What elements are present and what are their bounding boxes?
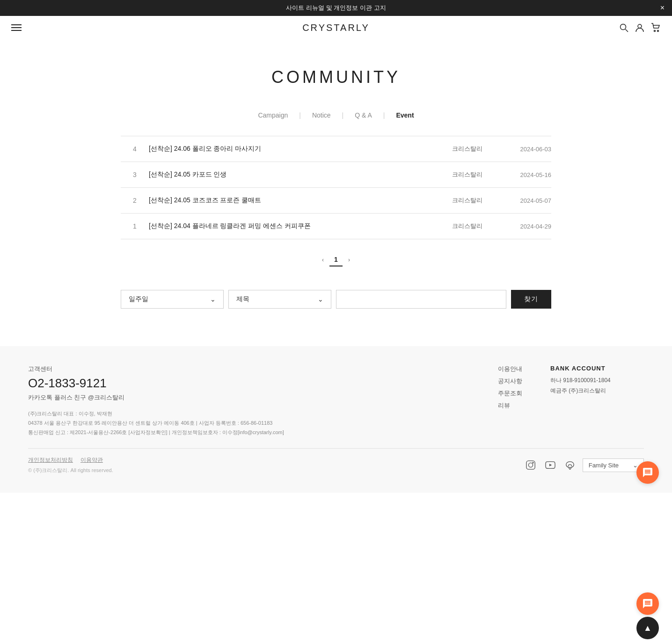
footer-legal-link[interactable]: 이용약관	[80, 456, 103, 464]
cs-label: 고객센터	[28, 365, 470, 373]
footer-legal-link[interactable]: 개인정보처리방침	[28, 456, 73, 464]
svg-line-1	[626, 30, 628, 32]
search-input[interactable]	[344, 296, 498, 303]
bank-info-line: 예금주 (주)크리스탈리	[550, 386, 644, 396]
content-area: 4 [선착순] 24.06 폴리오 종아리 마사지기 크리스탈리 2024-06…	[111, 136, 561, 327]
footer-nav-link[interactable]: 주문조회	[498, 389, 522, 398]
post-number: 3	[121, 171, 149, 178]
pagination-prev[interactable]: ‹	[322, 257, 324, 263]
bank-info-line: 하나 918-9100091-1804	[550, 376, 644, 386]
top-banner: 사이트 리뉴얼 및 개인정보 이관 고지 ×	[0, 0, 672, 16]
youtube-icon[interactable]	[543, 458, 557, 472]
post-title[interactable]: [선착순] 24.05 카포드 인생	[149, 170, 439, 179]
post-date: 2024-04-29	[495, 223, 551, 230]
footer-nav-link[interactable]: 이용안내	[498, 365, 522, 373]
footer-bottom-left: 개인정보처리방침이용약관 © (주)크리스탈리. All rights rese…	[28, 456, 113, 474]
kakao-channel-icon[interactable]	[563, 458, 577, 472]
footer-info-line: 통신판매업 신고 : 제2021-서울용산-2266호 [사업자정보확인] | …	[28, 428, 470, 437]
header-left	[11, 22, 22, 33]
footer-nav-links: 이용안내공지사항주문조회리뷰	[498, 365, 522, 437]
bank-title: BANK ACCOUNT	[550, 365, 644, 372]
pagination: ‹ 1 ›	[121, 239, 551, 281]
footer-bottom: 개인정보처리방침이용약관 © (주)크리스탈리. All rights rese…	[28, 448, 644, 474]
post-author: 크리스탈리	[439, 222, 495, 230]
field-chevron-icon: ⌄	[318, 296, 323, 303]
post-title[interactable]: [선착순] 24.05 코즈코즈 프로즌 쿨매트	[149, 196, 439, 205]
phone-number: O2-1833-9121	[28, 376, 470, 391]
post-author: 크리스탈리	[439, 145, 495, 153]
post-date: 2024-05-16	[495, 171, 551, 178]
bank-info: 하나 918-9100091-1804예금주 (주)크리스탈리	[550, 376, 644, 396]
instagram-icon[interactable]	[524, 458, 538, 472]
post-number: 2	[121, 197, 149, 204]
svg-point-4	[657, 30, 659, 32]
period-select-label: 일주일	[129, 295, 148, 303]
pagination-next[interactable]: ›	[348, 257, 350, 263]
footer-links-area: 이용안내공지사항주문조회리뷰 BANK ACCOUNT 하나 918-91000…	[498, 365, 644, 437]
period-select[interactable]: 일주일 ⌄	[121, 290, 224, 309]
site-logo[interactable]: CRYSTARLY	[302, 22, 370, 33]
table-row[interactable]: 4 [선착순] 24.06 폴리오 종아리 마사지기 크리스탈리 2024-06…	[121, 136, 551, 162]
banner-text: 사이트 리뉴얼 및 개인정보 이관 고지	[286, 4, 386, 12]
banner-close-button[interactable]: ×	[660, 4, 665, 12]
post-title[interactable]: [선착순] 24.06 폴리오 종아리 마사지기	[149, 145, 439, 153]
community-title: COMMUNITY	[9, 67, 663, 87]
post-author: 크리스탈리	[439, 196, 495, 205]
table-row[interactable]: 1 [선착순] 24.04 플라네르 링클라겐 퍼밍 에센스 커피쿠폰 크리스탈…	[121, 213, 551, 239]
post-number: 1	[121, 222, 149, 230]
post-number: 4	[121, 145, 149, 153]
field-select[interactable]: 제목 ⌄	[228, 290, 331, 309]
family-site-select[interactable]: Family Site ⌄	[583, 458, 644, 472]
community-nav-tabs: Campaign | Notice | Q & A | Event	[0, 101, 672, 136]
search-button[interactable]: 찾기	[511, 290, 551, 309]
field-select-label: 제목	[236, 295, 249, 303]
account-button[interactable]	[635, 22, 645, 33]
table-row[interactable]: 2 [선착순] 24.05 코즈코즈 프로즌 쿨매트 크리스탈리 2024-05…	[121, 187, 551, 213]
svg-point-7	[533, 462, 533, 463]
footer-info-line: 04378 서울 용산구 한강대로 95 레이안용산 더 센트럴 상가 에이동 …	[28, 419, 470, 428]
footer-social: Family Site ⌄	[524, 458, 644, 472]
search-input-wrap	[336, 290, 506, 309]
tab-qa[interactable]: Q & A	[343, 109, 383, 122]
footer-top: 고객센터 O2-1833-9121 카카오톡 플러스 친구 @크리스탈리 (주)…	[28, 365, 644, 437]
post-date: 2024-06-03	[495, 146, 551, 153]
svg-point-0	[621, 24, 626, 30]
footer-nav-link[interactable]: 공지사항	[498, 377, 522, 385]
header: CRYSTARLY	[0, 16, 672, 39]
footer-bank: BANK ACCOUNT 하나 918-9100091-1804예금주 (주)크…	[550, 365, 644, 437]
post-author: 크리스탈리	[439, 170, 495, 179]
header-right	[619, 22, 661, 33]
menu-button[interactable]	[11, 22, 22, 33]
kakao-label: 카카오톡 플러스 친구 @크리스탈리	[28, 393, 470, 402]
table-row[interactable]: 3 [선착순] 24.05 카포드 인생 크리스탈리 2024-05-16	[121, 162, 551, 187]
tab-notice[interactable]: Notice	[301, 109, 342, 122]
search-area: 일주일 ⌄ 제목 ⌄ 찾기	[121, 281, 551, 327]
footer-copyright: © (주)크리스탈리. All rights reserved.	[28, 467, 113, 474]
search-button[interactable]	[619, 22, 629, 33]
footer: 고객센터 O2-1833-9121 카카오톡 플러스 친구 @크리스탈리 (주)…	[0, 346, 672, 493]
svg-point-3	[654, 30, 656, 32]
footer-left: 고객센터 O2-1833-9121 카카오톡 플러스 친구 @크리스탈리 (주)…	[28, 365, 470, 437]
svg-rect-5	[526, 461, 535, 469]
post-date: 2024-05-07	[495, 197, 551, 204]
footer-nav-link[interactable]: 리뷰	[498, 401, 522, 410]
footer-legal-links: 개인정보처리방침이용약관	[28, 456, 113, 464]
hamburger-icon	[11, 22, 22, 33]
community-hero: COMMUNITY	[0, 39, 672, 101]
tab-event[interactable]: Event	[385, 109, 425, 122]
footer-info: (주)크리스탈리 대표 : 이수정, 박재현04378 서울 용산구 한강대로 …	[28, 409, 470, 437]
tab-campaign[interactable]: Campaign	[247, 109, 299, 122]
cart-button[interactable]	[650, 22, 661, 33]
svg-point-2	[638, 24, 642, 28]
svg-point-6	[528, 463, 533, 467]
period-chevron-icon: ⌄	[210, 296, 216, 303]
svg-marker-8	[549, 464, 552, 467]
post-table: 4 [선착순] 24.06 폴리오 종아리 마사지기 크리스탈리 2024-06…	[121, 136, 551, 239]
chat-button-1[interactable]	[636, 461, 659, 484]
page-1-button[interactable]: 1	[329, 253, 343, 266]
post-title[interactable]: [선착순] 24.04 플라네르 링클라겐 퍼밍 에센스 커피쿠폰	[149, 222, 439, 230]
footer-info-line: (주)크리스탈리 대표 : 이수정, 박재현	[28, 409, 470, 419]
family-site-label: Family Site	[589, 462, 619, 469]
